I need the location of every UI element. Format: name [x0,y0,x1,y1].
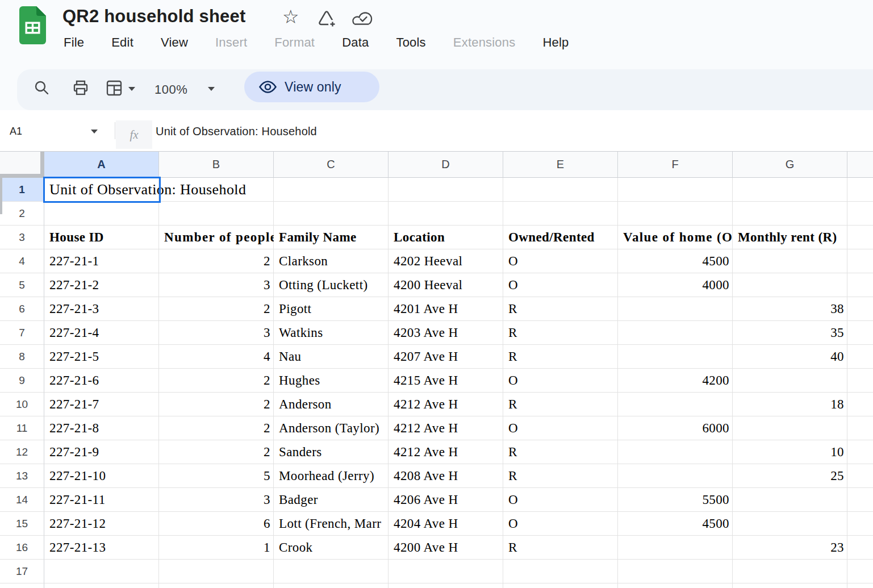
cell-E3[interactable]: Owned/Rented [503,226,618,249]
column-header-C[interactable]: C [274,152,389,178]
cell-F5[interactable]: 4000 [618,273,733,297]
cell-G12[interactable]: 10 [733,440,847,464]
cell-G8[interactable]: 40 [733,345,847,369]
cells-area[interactable]: Unit of Observation: HouseholdHouse IDNu… [44,178,873,588]
menu-insert[interactable]: Insert [202,32,261,53]
row-header-14[interactable]: 14 [0,488,44,512]
cell-A13[interactable]: 227-21-10 [44,464,159,488]
cell-B10[interactable]: 2 [159,393,274,416]
move-to-label-icon[interactable] [316,9,337,29]
menu-format[interactable]: Format [261,32,328,53]
cell-F15[interactable]: 4500 [618,512,733,536]
cloud-saved-icon[interactable] [350,9,374,28]
cell-A12[interactable]: 227-21-9 [44,440,159,464]
cell-E9[interactable]: O [503,369,618,393]
row-header-2[interactable]: 2 [0,202,44,226]
cell-B16[interactable]: 1 [159,536,274,560]
menu-help[interactable]: Help [529,32,582,53]
cell-D8[interactable]: 4207 Ave H [389,345,503,369]
row-header-4[interactable]: 4 [0,249,44,273]
cell-F4[interactable]: 4500 [618,249,733,273]
row-header-10[interactable]: 10 [0,393,44,416]
cell-A10[interactable]: 227-21-7 [44,393,159,416]
cell-A14[interactable]: 227-21-11 [44,488,159,512]
cell-C12[interactable]: Sanders [274,440,389,464]
cell-C13[interactable]: Moorhead (Jerry) [274,464,389,488]
formula-input[interactable]: Unit of Observation: Household [156,115,317,148]
row-header-17[interactable]: 17 [0,560,44,583]
row-header-15[interactable]: 15 [0,512,44,536]
cell-F9[interactable]: 4200 [618,369,733,393]
cell-A6[interactable]: 227-21-3 [44,297,159,321]
cell-B7[interactable]: 3 [159,321,274,345]
cell-E16[interactable]: R [503,536,618,560]
cell-B11[interactable]: 2 [159,416,274,440]
column-header-F[interactable]: F [618,152,733,178]
menu-tools[interactable]: Tools [382,32,439,53]
column-header-E[interactable]: E [503,152,618,178]
cell-E8[interactable]: R [503,345,618,369]
cell-B6[interactable]: 2 [159,297,274,321]
cell-G7[interactable]: 35 [733,321,847,345]
cell-E14[interactable]: O [503,488,618,512]
freeze-handle-horizontal[interactable] [0,174,44,178]
cell-C16[interactable]: Crook [274,536,389,560]
cell-A11[interactable]: 227-21-8 [44,416,159,440]
cell-A9[interactable]: 227-21-6 [44,369,159,393]
cell-B13[interactable]: 5 [159,464,274,488]
menu-file[interactable]: File [50,32,98,53]
column-header-A[interactable]: A [44,152,159,178]
cell-C5[interactable]: Otting (Luckett) [274,273,389,297]
menu-data[interactable]: Data [328,32,382,53]
row-header-3[interactable]: 3 [0,226,44,249]
cell-F14[interactable]: 5500 [618,488,733,512]
google-sheets-logo[interactable] [19,6,46,44]
cell-D5[interactable]: 4200 Heeval [389,273,503,297]
cell-G10[interactable]: 18 [733,393,847,416]
document-title[interactable]: QR2 household sheet [62,6,245,27]
cell-E4[interactable]: O [503,249,618,273]
column-header-H[interactable]: H [847,152,873,178]
cell-D10[interactable]: 4212 Ave H [389,393,503,416]
cell-E10[interactable]: R [503,393,618,416]
cell-C11[interactable]: Anderson (Taylor) [274,416,389,440]
cell-G13[interactable]: 25 [733,464,847,488]
column-header-D[interactable]: D [389,152,503,178]
cell-E13[interactable]: R [503,464,618,488]
view-only-badge[interactable]: View only [244,72,379,102]
cell-C10[interactable]: Anderson [274,393,389,416]
cell-D13[interactable]: 4208 Ave H [389,464,503,488]
row-header-5[interactable]: 5 [0,273,44,297]
cell-A1[interactable]: Unit of Observation: Household [44,178,274,202]
row-header-16[interactable]: 16 [0,536,44,560]
cell-D14[interactable]: 4206 Ave H [389,488,503,512]
cell-C4[interactable]: Clarkson [274,249,389,273]
zoom-dropdown-caret[interactable] [208,87,215,91]
cell-B12[interactable]: 2 [159,440,274,464]
cell-C7[interactable]: Watkins [274,321,389,345]
print-icon[interactable] [72,79,90,97]
cell-A16[interactable]: 227-21-13 [44,536,159,560]
cell-F3[interactable]: Value of home (O [618,226,733,249]
cell-D4[interactable]: 4202 Heeval [389,249,503,273]
cell-C15[interactable]: Lott (French, Marr [274,512,389,536]
cell-D16[interactable]: 4200 Ave H [389,536,503,560]
row-header-12[interactable]: 12 [0,440,44,464]
star-icon[interactable]: ☆ [282,6,299,28]
cell-E5[interactable]: O [503,273,618,297]
cell-C6[interactable]: Pigott [274,297,389,321]
cell-E12[interactable]: R [503,440,618,464]
cell-D15[interactable]: 4204 Ave H [389,512,503,536]
cell-B15[interactable]: 6 [159,512,274,536]
cell-B3[interactable]: Number of people [159,226,274,249]
name-box-caret[interactable] [91,130,98,134]
column-header-G[interactable]: G [733,152,847,178]
cell-B14[interactable]: 3 [159,488,274,512]
cell-E15[interactable]: O [503,512,618,536]
cell-D6[interactable]: 4201 Ave H [389,297,503,321]
cell-E11[interactable]: O [503,416,618,440]
row-header-18[interactable] [0,583,44,588]
cell-B5[interactable]: 3 [159,273,274,297]
cell-A7[interactable]: 227-21-4 [44,321,159,345]
cell-C3[interactable]: Family Name [274,226,389,249]
